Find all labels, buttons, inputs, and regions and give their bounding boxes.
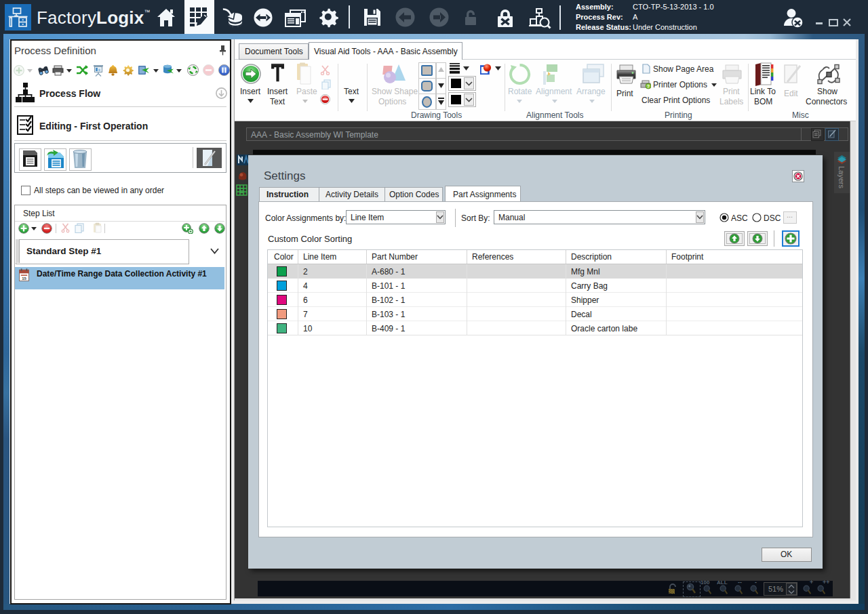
svg-text:?: ? <box>647 84 650 89</box>
svg-text:E: E <box>239 187 244 195</box>
svg-text:15: 15 <box>22 277 26 281</box>
